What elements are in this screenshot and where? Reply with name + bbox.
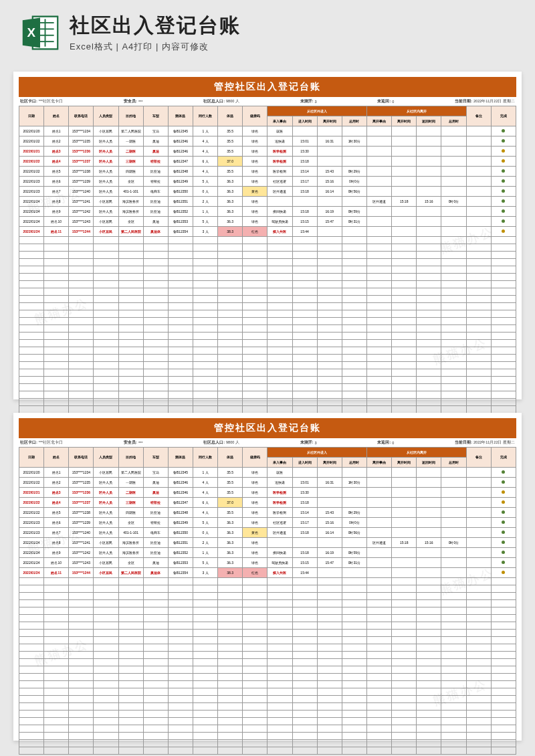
table-row: [19, 652, 516, 659]
sheet-preview-2: 管控社区出入登记台账社区卡口:***社区北卡口安全员:***社区总人口:9800…: [13, 413, 522, 741]
table-row: 2022/01/23姓名6153****1239区外人员全区特斯拉鲁B12349…: [19, 177, 516, 187]
svg-text:X: X: [27, 25, 36, 39]
table-row: [19, 288, 516, 296]
table-row: [19, 593, 516, 600]
table-row: [19, 703, 516, 711]
table-row: [19, 244, 516, 252]
table-row: [19, 637, 516, 644]
table-row: [19, 303, 516, 310]
table-row: 2022/01/24姓名10153****1243小区居民全区奥迪鲁B12353…: [19, 558, 516, 568]
table-row: [19, 688, 516, 696]
table-row: 2022/01/24姓名9153****1242区外人员海滨医务所比亚迪鲁B12…: [19, 207, 516, 217]
table-row: [19, 296, 516, 303]
table-row: [19, 318, 516, 325]
sheet-title: 管控社区出入登记台账: [19, 77, 516, 97]
table-row: [19, 578, 516, 585]
table-row: 2022/01/22姓名4153****1237区外人员三期医特斯拉鲁B1234…: [19, 157, 516, 167]
table-row: 2022/01/21姓名3153****1236区外人员二期医奥迪鲁B12346…: [19, 147, 516, 157]
table-row: [19, 259, 516, 266]
table-row: [19, 630, 516, 637]
table-row: 2022/01/20姓名1153****1234小区居民第二人民医院宝马鲁B12…: [19, 126, 516, 136]
table-row: 2022/01/23姓名7153****1240区外人员401-1-101电商车…: [19, 187, 516, 197]
page-header: X 社区出入登记台账 Excel格式 | A4打印 | 内容可修改: [0, 0, 535, 65]
table-row: [19, 696, 516, 703]
sheet-preview-1: 管控社区出入登记台账社区卡口:***社区北卡口安全员:***社区总人口:9800…: [13, 72, 522, 399]
table-row: 2022/01/24姓名8153****1241小区居民海滨医务所比亚迪鲁B12…: [19, 197, 516, 207]
table-row: [19, 252, 516, 259]
table-row: [19, 266, 516, 274]
header-title: 社区出入登记台账: [70, 12, 515, 39]
table-row: 2022/01/24姓名9153****1242区外人员海滨医务所比亚迪鲁B12…: [19, 548, 516, 558]
table-row: 2022/01/24姓名8153****1241小区居民海滨医务所比亚迪鲁B12…: [19, 538, 516, 548]
table-row: [19, 740, 516, 747]
info-row: 社区卡口:***社区北卡口安全员:***社区总人口:9800 人未测开:3未返回…: [19, 438, 516, 447]
info-row: 社区卡口:***社区北卡口安全员:***社区总人口:9800 人未测开:3未返回…: [19, 97, 516, 106]
table-row: [19, 681, 516, 688]
table-row: 2022/01/22姓名2153****1235区外人员一期医奥迪鲁B12346…: [19, 478, 516, 488]
table-row: [19, 711, 516, 718]
table-row: 2022/01/21姓名3153****1236区外人员二期医奥迪鲁B12346…: [19, 488, 516, 498]
table-row: [19, 355, 516, 362]
table-row: [19, 718, 516, 725]
table-row: [19, 391, 516, 399]
table-row: [19, 600, 516, 607]
table-row: [19, 274, 516, 281]
table-row: [19, 674, 516, 681]
table-row: [19, 362, 516, 369]
table-row: 2022/01/23姓名7153****1240区外人员401-1-101电商车…: [19, 528, 516, 538]
table-row: [19, 747, 516, 755]
table-row: 2022/01/22姓名5153****1238区外人员四期医比亚迪鲁B1234…: [19, 508, 516, 518]
table-row: [19, 237, 516, 244]
table-row: 2022/01/22姓名4153****1237区外人员三期医特斯拉鲁B1234…: [19, 498, 516, 508]
table-row: 2022/01/20姓名1153****1234小区居民第二人民医院宝马鲁B12…: [19, 468, 516, 478]
excel-icon: X: [20, 13, 60, 53]
table-row: [19, 615, 516, 622]
table-row: [19, 399, 516, 406]
table-row: [19, 725, 516, 733]
table-row: 2022/01/22姓名2153****1235区外人员一期医奥迪鲁B12346…: [19, 136, 516, 147]
table-row: [19, 347, 516, 355]
table-row: [19, 333, 516, 340]
table-row: [19, 310, 516, 318]
ledger-table: 日期姓名联系电话人员类型目的地车型测体温同行人数体温健康码从社区外进入从社区内离…: [19, 447, 516, 755]
table-row: 2022/01/23姓名6153****1239区外人员全区特斯拉鲁B12349…: [19, 518, 516, 528]
table-row: [19, 733, 516, 740]
table-row: [19, 585, 516, 593]
table-row: [19, 281, 516, 288]
table-row: [19, 325, 516, 333]
table-row: [19, 607, 516, 615]
table-row: [19, 384, 516, 391]
table-row: 2022/01/24姓名11153****1244小区居民第二人民医院奥迪体鲁B…: [19, 227, 516, 237]
table-row: [19, 340, 516, 347]
header-subtitle: Excel格式 | A4打印 | 内容可修改: [70, 41, 515, 53]
pages-container: 管控社区出入登记台账社区卡口:***社区北卡口安全员:***社区总人口:9800…: [0, 65, 535, 747]
table-row: [19, 644, 516, 652]
table-row: [19, 406, 516, 413]
table-row: [19, 666, 516, 674]
table-row: [19, 622, 516, 630]
table-row: 2022/01/24姓名11153****1244小区居民第二人民医院奥迪体鲁B…: [19, 568, 516, 578]
table-row: 2022/01/24姓名10153****1243小区居民全区奥迪鲁B12353…: [19, 217, 516, 227]
table-row: [19, 659, 516, 666]
sheet-title: 管控社区出入登记台账: [19, 418, 516, 438]
ledger-table: 日期姓名联系电话人员类型目的地车型测体温同行人数体温健康码从社区外进入从社区内离…: [19, 106, 516, 413]
table-row: 2022/01/22姓名5153****1238区外人员四期医比亚迪鲁B1234…: [19, 167, 516, 177]
table-row: [19, 377, 516, 384]
table-row: [19, 369, 516, 377]
